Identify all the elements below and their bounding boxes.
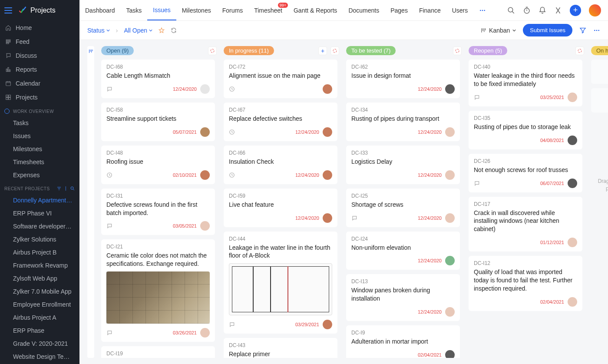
filter-funnel-icon[interactable] [579,27,586,34]
tools-icon[interactable] [554,7,562,14]
issue-card[interactable]: DC-I13Window panes broken during install… [346,274,460,321]
issue-card[interactable]: DC-I48Roofing issue02/10/2021 [101,146,215,184]
issue-card[interactable]: DC-I40Water leakage in the third floor n… [469,60,582,106]
nav-item-pages[interactable]: Pages [385,0,413,20]
card-date: 01/12/2021 [540,240,564,245]
nav-item-milestones[interactable]: Milestones [176,0,217,20]
column-open: Open (9)DC-I68Cable Length Mismatch12/24… [101,46,217,358]
sidebar-work-milestones[interactable]: Milestones [0,142,79,156]
nav-more[interactable] [473,0,492,20]
recent-project-item[interactable]: Zylker Solutions [0,233,79,246]
recent-projects-header: RECENT PROJECTS | [0,182,79,194]
logo-area: Projects [0,0,79,21]
sidebar-work-tasks[interactable]: Tasks [0,116,79,129]
calendar-icon [5,80,11,86]
recent-project-item[interactable]: Airbus Project B [0,246,79,259]
issue-card[interactable]: DC-I44Leakage in the water line in the f… [224,232,337,334]
hamburger-icon[interactable] [4,7,12,13]
issue-card[interactable]: DC-I58Streamline support tickets05/07/20… [101,103,215,141]
issue-card[interactable]: DC-I24Non-uniform elevation12/24/2020 [346,232,460,270]
issue-card[interactable]: DC-I34Rusting of pipes during transport1… [346,103,460,141]
sidebar-feed[interactable]: Feed [0,35,79,49]
issue-card[interactable]: DC-I62Issue in design format12/24/2020 [346,60,460,98]
nav-item-gantt-reports[interactable]: Gantt & Reports [288,0,343,20]
recent-project-item[interactable]: Zylker 7.0 Mobile App [0,285,79,298]
sidebar-work-timesheets[interactable]: Timesheets [0,156,79,169]
nav-item-users[interactable]: Users [446,0,474,20]
timer-icon[interactable] [523,7,531,14]
filter-dropdown[interactable]: All Open [124,27,152,34]
feed-icon [5,39,11,45]
nav-item-timesheet[interactable]: Timesheet99+ [248,0,288,20]
column-refresh-button[interactable] [575,46,584,55]
nav-item-issues[interactable]: Issues [147,0,176,20]
recent-project-item[interactable]: Zylsoft Web App [0,272,79,285]
recent-project-item[interactable]: Website Design Templa [0,350,79,363]
issue-card[interactable]: DC-I12Quality of load that was imported … [469,256,582,311]
assignee-avatar [200,170,210,180]
user-avatar[interactable] [589,4,601,17]
nav-item-finance[interactable]: Finance [413,0,446,20]
column-refresh-button[interactable] [453,46,462,55]
issue-card[interactable]: DC-I72Alignment issue on the main page [224,60,337,98]
sidebar-calendar[interactable]: Calendar [0,76,79,90]
issue-card[interactable]: DC-I25Shortage of screws12/24/2020 [346,189,460,227]
clock-icon [229,86,235,92]
card-footer: 12/24/2020 [351,84,455,94]
recent-project-item[interactable]: Employee Enrollment [0,298,79,311]
nav-item-documents[interactable]: Documents [343,0,385,20]
status-dropdown[interactable]: Status [87,27,110,34]
sidebar-discuss[interactable]: Discuss [0,49,79,63]
filter-icon[interactable] [56,186,62,191]
submit-issues-button[interactable]: Submit Issues [523,24,572,36]
issue-card[interactable]: DC-I9Adulteration in mortar import02/04/… [346,325,460,358]
board-collapse-handle[interactable] [87,46,94,358]
issue-card[interactable]: DC-I59Live chat feature12/24/2020 [224,189,337,227]
issue-card[interactable]: DC-I26Not enough screws for roof trusses… [469,154,582,192]
nav-item-tasks[interactable]: Tasks [121,0,148,20]
recent-project-item[interactable]: Software developers re [0,220,79,233]
refresh-icon[interactable] [171,27,177,33]
card-title: Streamline support tickets [106,115,210,123]
star-icon[interactable] [159,27,165,33]
view-selector[interactable]: Kanban [480,27,516,34]
issue-card[interactable]: DC-I66Insulation Check12/24/2020 [224,146,337,184]
issue-card[interactable]: DC-I19Brick curing process delayed and e… [101,346,215,358]
sidebar-projects[interactable]: Projects [0,90,79,104]
recent-project-item[interactable]: Donnelly Apartments C [0,194,79,207]
sidebar-home[interactable]: Home [0,21,79,35]
issue-card[interactable]: DC-I43Replace primer12/24/2020 [224,338,337,358]
nav-item-forums[interactable]: Forums [217,0,248,20]
more-icon[interactable] [593,27,600,34]
recent-project-item[interactable]: ERP Phase VI [0,207,79,220]
issue-card[interactable]: DC-I33Logistics Delay12/24/2020 [346,146,460,184]
recent-project-item[interactable]: ERP Phase [0,324,79,337]
add-button[interactable]: + [570,5,581,16]
recent-project-item[interactable]: Framework Revamp [0,259,79,272]
issue-card[interactable]: DC-I68Cable Length Mismatch12/24/2020 [101,60,215,98]
column-in-progress: In progress (11)+DC-I72Alignment issue o… [224,46,339,358]
sidebar-reports[interactable]: Reports [0,63,79,76]
issue-card[interactable]: DC-I21Ceramic tile color does not match … [101,239,215,342]
column-refresh-button[interactable] [330,46,339,55]
issue-card[interactable]: DC-I17Crack in wall discovered while ins… [469,197,582,252]
recent-project-item[interactable]: Grade V: 2020-2021 [0,337,79,350]
sidebar-work-expenses[interactable]: Expenses [0,169,79,182]
issue-card[interactable]: DC-I31Defective screws found in the firs… [101,189,215,235]
bell-icon[interactable] [539,7,546,14]
card-date: 02/04/2021 [540,299,564,304]
search-projects-icon[interactable] [70,186,75,191]
issue-card[interactable]: DC-I35Rusting of pipes due to storage le… [469,111,582,149]
column-add-button[interactable]: + [318,46,327,55]
sidebar-work-issues[interactable]: Issues [0,129,79,142]
card-date: 02/04/2021 [418,352,442,357]
nav-item-dashboard[interactable]: Dashboard [79,0,121,20]
card-footer: 12/24/2020 [351,307,455,317]
projects-icon [5,94,11,100]
clock-icon [229,172,235,178]
column-refresh-button[interactable] [208,46,217,55]
assignee-avatar [445,170,455,180]
search-icon[interactable] [507,7,515,14]
recent-project-item[interactable]: Airbus Project A [0,311,79,324]
issue-card[interactable]: DC-I67Replace defective switches12/24/20… [224,103,337,141]
